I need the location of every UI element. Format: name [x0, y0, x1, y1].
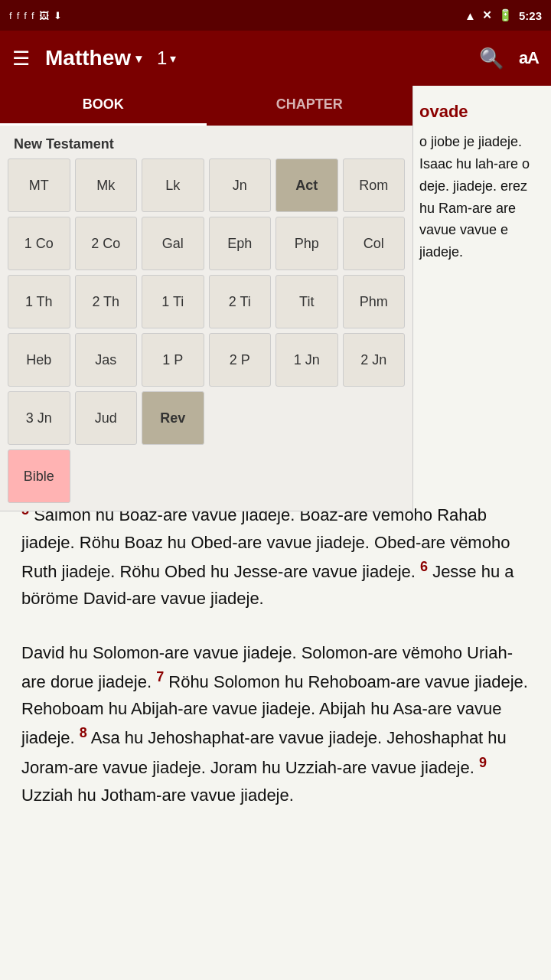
right-text: o jiobe je jiadeje. Isaac hu lah-are o d…: [419, 131, 545, 263]
wifi-icon: ▲: [465, 9, 476, 22]
empty-5: [142, 449, 204, 503]
book-label: Matthew: [45, 46, 131, 70]
book-jas[interactable]: Jas: [75, 333, 138, 387]
empty-3: [343, 391, 406, 445]
book-2jn[interactable]: 2 Jn: [343, 333, 406, 387]
testament-heading: New Testament: [0, 126, 412, 158]
right-content-overlay: ovade o jiobe je jiadeje. Isaac hu lah-a…: [413, 86, 551, 276]
system-icons: ▲ ✕ 🔋 5:23: [465, 8, 542, 22]
book-2p[interactable]: 2 P: [209, 333, 272, 387]
signal-icon: ✕: [482, 8, 492, 22]
book-phm[interactable]: Phm: [343, 275, 406, 328]
book-chapter-dropdown: BOOK CHAPTER New Testament MT Mk Lk Jn A…: [0, 86, 413, 511]
bible-button[interactable]: Bible: [8, 449, 70, 503]
empty-8: [343, 449, 406, 503]
chapter-selector[interactable]: 1 ▾: [157, 47, 176, 69]
book-selector[interactable]: Matthew ▾: [45, 46, 142, 70]
status-bar: f f f f 🖼 ⬇ ▲ ✕ 🔋 5:23: [0, 0, 551, 31]
empty-2: [276, 391, 338, 445]
book-2ti[interactable]: 2 Ti: [209, 275, 272, 328]
battery-icon: 🔋: [498, 8, 513, 22]
empty-6: [209, 449, 272, 503]
fb-icon-3: f: [24, 10, 27, 21]
notification-icons: f f f f 🖼 ⬇: [9, 10, 62, 21]
chapter-label: 1: [157, 47, 167, 69]
font-size-button[interactable]: aA: [519, 48, 539, 68]
search-button[interactable]: 🔍: [479, 47, 504, 70]
empty-7: [276, 449, 338, 503]
fb-icon-1: f: [9, 10, 12, 21]
title-partial: ovade: [419, 102, 468, 121]
book-jud[interactable]: Jud: [75, 391, 138, 445]
book-grid: MT Mk Lk Jn Act Rom 1 Co 2 Co Gal Eph Ph…: [0, 158, 412, 511]
chapter-caret-icon: ▾: [170, 51, 176, 66]
book-jn[interactable]: Jn: [209, 158, 272, 212]
book-1jn[interactable]: 1 Jn: [276, 333, 338, 387]
empty-4: [75, 449, 138, 503]
book-eph[interactable]: Eph: [209, 217, 272, 270]
book-1co[interactable]: 1 Co: [8, 217, 70, 270]
book-mk[interactable]: Mk: [75, 158, 138, 212]
book-tit[interactable]: Tit: [276, 275, 338, 328]
empty-1: [209, 391, 272, 445]
book-1th[interactable]: 1 Th: [8, 275, 70, 328]
app-bar: ☰ Matthew ▾ 1 ▾ 🔍 aA: [0, 31, 551, 86]
book-1ti[interactable]: 1 Ti: [142, 275, 204, 328]
tab-book[interactable]: BOOK: [0, 86, 207, 126]
book-act[interactable]: Act: [276, 158, 338, 212]
book-mt[interactable]: MT: [8, 158, 70, 212]
book-rev[interactable]: Rev: [142, 391, 204, 445]
book-col[interactable]: Col: [343, 217, 406, 270]
menu-button[interactable]: ☰: [12, 47, 30, 70]
book-2co[interactable]: 2 Co: [75, 217, 138, 270]
book-heb[interactable]: Heb: [8, 333, 70, 387]
book-gal[interactable]: Gal: [142, 217, 204, 270]
image-icon: 🖼: [39, 10, 49, 21]
book-php[interactable]: Php: [276, 217, 338, 270]
dropdown-tabs: BOOK CHAPTER: [0, 86, 412, 126]
time-display: 5:23: [519, 9, 542, 22]
body-text-2: David hu Solomon-are vavue jiadeje. Solo…: [21, 639, 530, 808]
book-2th[interactable]: 2 Th: [75, 275, 138, 328]
tab-chapter[interactable]: CHAPTER: [207, 86, 413, 126]
fb-icon-4: f: [31, 10, 34, 21]
fb-icon-2: f: [17, 10, 20, 21]
book-1p[interactable]: 1 P: [142, 333, 204, 387]
book-caret-icon: ▾: [135, 51, 142, 66]
body-text-1: 5 Salmon hu Boaz-are vavue jiadeje. Boaz…: [21, 499, 530, 612]
download-icon: ⬇: [54, 10, 62, 21]
book-rom[interactable]: Rom: [343, 158, 406, 212]
book-lk[interactable]: Lk: [142, 158, 204, 212]
book-3jn[interactable]: 3 Jn: [8, 391, 70, 445]
